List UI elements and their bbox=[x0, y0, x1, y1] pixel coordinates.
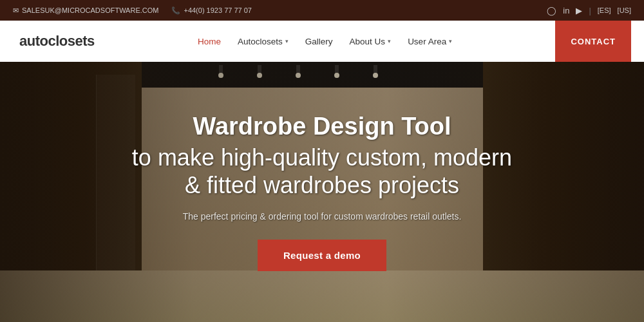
linkedin-icon[interactable]: in bbox=[563, 6, 569, 15]
contact-button[interactable]: CONTACT bbox=[555, 21, 631, 62]
hero-section: Wardrobe Design Tool to make high-qualit… bbox=[0, 62, 644, 322]
email-icon: ✉ bbox=[13, 6, 19, 15]
hero-subtitle: The perfect pricing & ordering tool for … bbox=[132, 211, 512, 222]
phone-icon: 📞 bbox=[171, 6, 180, 15]
topbar-left: ✉ SALESUK@MICROCADSOFTWARE.COM 📞 +44(0) … bbox=[13, 6, 252, 15]
youtube-icon[interactable]: ▶ bbox=[576, 6, 582, 15]
topbar-right: ◯ in ▶ | [ES] [US] bbox=[547, 6, 631, 15]
topbar: ✉ SALESUK@MICROCADSOFTWARE.COM 📞 +44(0) … bbox=[0, 0, 644, 21]
chevron-down-icon: ▾ bbox=[285, 38, 289, 44]
hero-title-bold: Wardrobe Design Tool bbox=[132, 113, 512, 141]
hero-content: Wardrobe Design Tool to make high-qualit… bbox=[119, 113, 525, 270]
nav-gallery[interactable]: Gallery bbox=[299, 33, 339, 50]
phone-item[interactable]: 📞 +44(0) 1923 77 77 07 bbox=[171, 6, 252, 15]
phone-text: +44(0) 1923 77 77 07 bbox=[184, 6, 252, 14]
instagram-icon[interactable]: ◯ bbox=[547, 6, 556, 15]
nav-about[interactable]: About Us ▾ bbox=[343, 33, 398, 50]
nav-autoclosets[interactable]: Autoclosets ▾ bbox=[231, 33, 295, 50]
nav-links: Home Autoclosets ▾ Gallery About Us ▾ Us… bbox=[191, 33, 459, 50]
nav-user-area[interactable]: User Area ▾ bbox=[401, 33, 459, 50]
lang-us[interactable]: [US] bbox=[618, 6, 631, 14]
divider: | bbox=[589, 6, 591, 15]
email-text: SALESUK@MICROCADSOFTWARE.COM bbox=[22, 6, 158, 14]
navbar: autoclosets Home Autoclosets ▾ Gallery A… bbox=[0, 21, 644, 62]
logo[interactable]: autoclosets bbox=[19, 33, 95, 50]
request-demo-button[interactable]: Request a demo bbox=[258, 240, 386, 271]
lang-es[interactable]: [ES] bbox=[598, 6, 611, 14]
chevron-down-icon-2: ▾ bbox=[388, 38, 391, 44]
email-item[interactable]: ✉ SALESUK@MICROCADSOFTWARE.COM bbox=[13, 6, 158, 15]
chevron-down-icon-3: ▾ bbox=[449, 38, 452, 44]
hero-title-regular: to make high-quality custom, modern& fit… bbox=[132, 144, 512, 199]
nav-home[interactable]: Home bbox=[191, 33, 227, 50]
